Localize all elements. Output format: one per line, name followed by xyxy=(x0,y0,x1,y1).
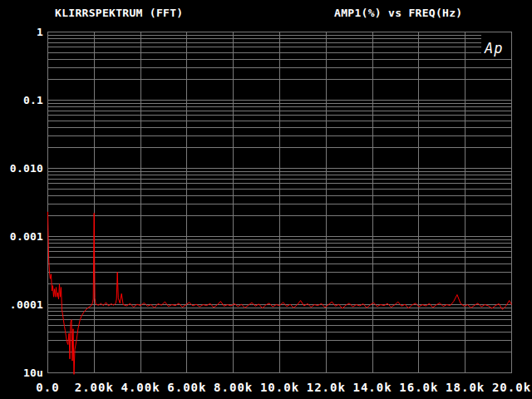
y-tick-label: 0.001 xyxy=(0,230,43,244)
x-tick-label: 12.0k xyxy=(299,381,352,394)
ap-measurement-screen: KLIRRSPEKTRUM (FFT) AMP1(%) vs FREQ(Hz) … xyxy=(0,0,532,399)
x-tick-label: 18.0k xyxy=(439,381,492,394)
x-tick-label: 14.0k xyxy=(346,381,399,394)
y-tick-label: 0.1 xyxy=(0,94,43,107)
ap-logo: Ap xyxy=(484,40,503,57)
y-tick-label: 1 xyxy=(0,26,43,39)
y-tick-label: 0.010 xyxy=(0,162,43,175)
spectrum-plot: Ap xyxy=(0,0,532,399)
y-tick-label: 10u xyxy=(0,367,43,380)
x-tick-label: 6.00k xyxy=(160,381,214,394)
x-tick-label: 2.00k xyxy=(67,381,121,394)
x-tick-label: 16.0k xyxy=(392,381,446,394)
x-tick-label: 4.00k xyxy=(114,381,167,394)
x-tick-label: 20.0k xyxy=(485,381,532,394)
x-tick-label: 8.00k xyxy=(207,381,260,394)
x-tick-label: 10.0k xyxy=(254,381,307,394)
x-tick-label: 0.0 xyxy=(22,381,75,394)
y-tick-label: .0001 xyxy=(0,298,43,312)
